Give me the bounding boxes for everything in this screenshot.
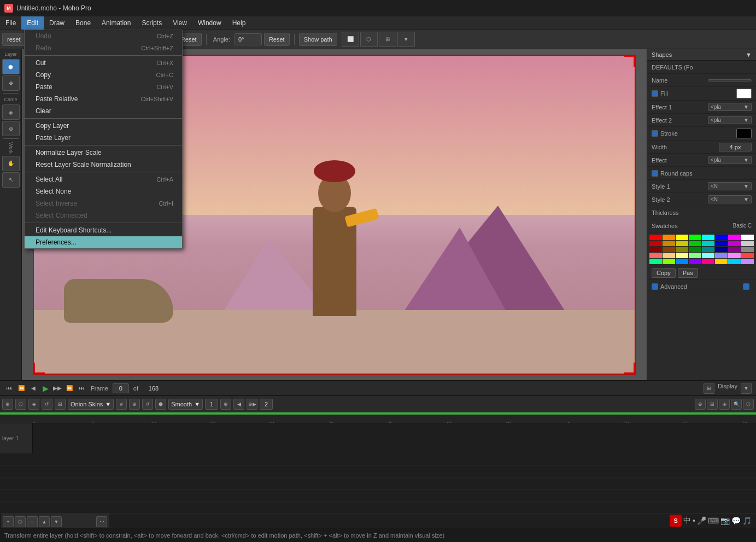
onion-skins-dropdown[interactable]: Onion Skins ▼ — [68, 399, 114, 410]
tl-right1[interactable]: ⊕ — [695, 399, 706, 410]
menu-preferences[interactable]: Preferences... — [25, 236, 182, 248]
color-swatch[interactable] — [702, 253, 714, 258]
color-swatch[interactable] — [741, 235, 754, 240]
menu-select-inverse[interactable]: Select Inverse Ctrl+I — [25, 197, 182, 209]
style2-dropdown[interactable]: <N▼ — [708, 195, 752, 203]
tl-icon9[interactable]: ⬢ — [155, 399, 166, 410]
color-swatch[interactable] — [728, 247, 741, 252]
layer-del-btn[interactable]: − — [27, 516, 38, 527]
color-swatch[interactable] — [728, 235, 741, 240]
tl-icon12[interactable]: ⊕▶ — [247, 399, 257, 410]
color-swatch[interactable] — [715, 235, 728, 240]
menu-edit[interactable]: Edit — [21, 16, 44, 30]
color-swatch[interactable] — [702, 259, 714, 264]
menu-normalize[interactable]: Normalize Layer Scale — [25, 147, 182, 159]
tool-zoom[interactable]: ⊕ — [2, 121, 20, 136]
color-swatch[interactable] — [649, 259, 662, 264]
tl-icon3[interactable]: ◈ — [28, 399, 39, 410]
menu-help[interactable]: Help — [227, 16, 251, 30]
fill-checkbox[interactable] — [652, 90, 658, 97]
round-caps-checkbox[interactable] — [652, 170, 658, 177]
color-swatch[interactable] — [689, 253, 701, 258]
menu-reset-normalize[interactable]: Reset Layer Scale Normalization — [25, 159, 182, 171]
color-swatch[interactable] — [663, 235, 675, 240]
menu-paste[interactable]: Paste Ctrl+V — [25, 81, 182, 93]
tl-icon10[interactable]: ⊕ — [220, 399, 231, 410]
color-swatch[interactable] — [715, 259, 728, 264]
tl-icon1[interactable]: ⊕ — [2, 399, 13, 410]
toolbar-icon2[interactable]: ⬡ — [360, 32, 378, 47]
menu-paste-relative[interactable]: Paste Relative Ctrl+Shift+V — [25, 93, 182, 105]
menu-cut[interactable]: Cut Ctrl+X — [25, 57, 182, 69]
effect1-dropdown[interactable]: <pla▼ — [708, 103, 752, 111]
menu-bone[interactable]: Bone — [70, 16, 96, 30]
tl-value2[interactable]: 2 — [260, 399, 273, 410]
menu-scripts[interactable]: Scripts — [136, 16, 167, 30]
step-fwd-btn[interactable]: ▶▶ — [52, 383, 62, 393]
display-dropdown[interactable]: ▼ — [741, 383, 752, 394]
tool-camera[interactable]: ◈ — [2, 104, 20, 120]
tool-select[interactable]: ⬢ — [2, 59, 20, 74]
menu-undo[interactable]: Undo Ctrl+Z — [25, 30, 182, 42]
menu-select-all[interactable]: Select All Ctrl+A — [25, 173, 182, 185]
color-swatch[interactable] — [676, 235, 688, 240]
stroke-color[interactable] — [736, 129, 752, 138]
tool-hand[interactable]: ✋ — [2, 156, 20, 171]
width-value[interactable]: 4 px — [719, 143, 752, 151]
toolbar-icon4[interactable]: ▼ — [397, 32, 415, 47]
color-swatch[interactable] — [728, 253, 741, 258]
menu-view[interactable]: View — [167, 16, 192, 30]
display-btn[interactable]: ⊞ — [704, 383, 714, 394]
taskbar-moho-icon[interactable]: S — [670, 515, 682, 527]
menu-file[interactable]: File — [0, 16, 21, 30]
color-swatch[interactable] — [741, 241, 754, 246]
color-swatch[interactable] — [728, 241, 741, 246]
menu-clear[interactable]: Clear — [25, 105, 182, 117]
color-swatch[interactable] — [702, 241, 714, 246]
menu-select-connected[interactable]: Select Connected — [25, 209, 182, 222]
stroke-effect-dropdown[interactable]: <pla▼ — [708, 156, 752, 164]
tool-cursor[interactable]: ↖ — [2, 172, 20, 188]
color-swatch[interactable] — [663, 247, 675, 252]
angle-value[interactable]: 0° — [235, 33, 262, 45]
color-swatch[interactable] — [728, 259, 741, 264]
menu-redo[interactable]: Redo Ctrl+Shift+Z — [25, 42, 182, 54]
toolbar-icon1[interactable]: ⬜ — [342, 32, 359, 47]
reset-button[interactable]: reset — [2, 33, 25, 46]
color-swatch[interactable] — [663, 259, 675, 264]
tl-right5[interactable]: ⬡ — [743, 399, 754, 410]
color-swatch[interactable] — [689, 247, 701, 252]
fill-color[interactable] — [736, 89, 752, 98]
color-swatch[interactable] — [702, 235, 714, 240]
color-swatch[interactable] — [689, 235, 701, 240]
menu-paste-layer[interactable]: Paste Layer — [25, 132, 182, 144]
color-swatch[interactable] — [741, 253, 754, 258]
color-swatch[interactable] — [676, 247, 688, 252]
menu-copy[interactable]: Copy Ctrl+C — [25, 69, 182, 81]
menu-select-none[interactable]: Select None — [25, 185, 182, 197]
tl-icon5[interactable]: ⊞ — [55, 399, 66, 410]
menu-window[interactable]: Window — [192, 16, 227, 30]
color-swatch[interactable] — [689, 241, 701, 246]
color-swatch[interactable] — [649, 253, 662, 258]
prev-key-btn[interactable]: ⏩ — [65, 383, 74, 393]
color-swatch[interactable] — [741, 247, 754, 252]
reset3-button[interactable]: Reset — [264, 33, 290, 46]
smooth-value[interactable]: 1 — [205, 399, 218, 410]
name-value[interactable] — [708, 79, 752, 81]
menu-draw[interactable]: Draw — [44, 16, 70, 30]
paste-button[interactable]: Pas — [678, 268, 698, 278]
advanced-checkbox[interactable] — [652, 283, 658, 290]
color-swatch[interactable] — [663, 253, 675, 258]
tl-right4[interactable]: 🔍 — [731, 399, 742, 410]
layer-more-btn[interactable]: ⋯ — [96, 516, 107, 527]
layer-move-dn[interactable]: ▼ — [51, 516, 62, 527]
style1-dropdown[interactable]: <N▼ — [708, 182, 752, 190]
color-swatch[interactable] — [676, 241, 688, 246]
step-back-btn[interactable]: ◀ — [28, 383, 38, 393]
color-swatch[interactable] — [689, 259, 701, 264]
layer-copy-btn[interactable]: ⬡ — [15, 516, 26, 527]
show-path-button[interactable]: Show path — [299, 33, 337, 46]
copy-button[interactable]: Copy — [652, 268, 676, 278]
color-swatch[interactable] — [741, 259, 754, 264]
